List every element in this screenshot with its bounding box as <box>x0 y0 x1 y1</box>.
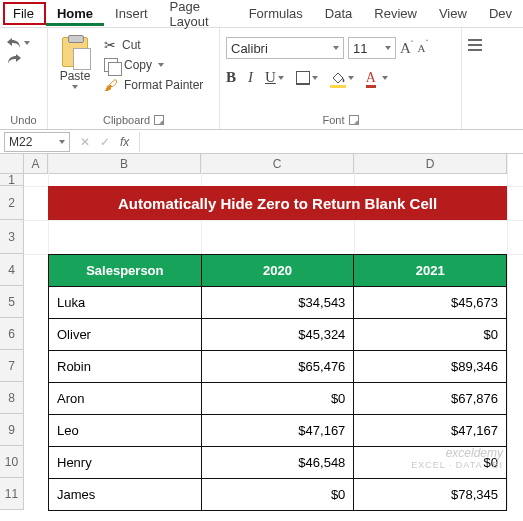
caret-down-icon <box>382 76 388 80</box>
ribbon-tabs: File Home Insert Page Layout Formulas Da… <box>0 0 523 28</box>
row-header[interactable]: 9 <box>0 414 24 446</box>
border-icon <box>296 71 310 85</box>
paste-button[interactable]: Paste <box>54 31 96 89</box>
align-top-button[interactable] <box>468 31 482 51</box>
cell-2021[interactable]: $78,345 <box>354 479 507 511</box>
border-button[interactable] <box>296 71 318 85</box>
table-row[interactable]: James$0$78,345 <box>49 479 507 511</box>
tab-home[interactable]: Home <box>46 2 104 26</box>
font-name-value: Calibri <box>231 41 327 56</box>
row-header[interactable]: 5 <box>0 286 24 318</box>
group-label-undo: Undo <box>6 112 41 129</box>
header-2020[interactable]: 2020 <box>201 255 354 287</box>
shrink-font-icon: Aˇ <box>418 42 429 54</box>
formula-bar: M22 ✕ ✓ fx <box>0 130 523 154</box>
fill-icon <box>330 71 346 85</box>
font-size-value: 11 <box>353 41 379 56</box>
format-painter-label: Format Painter <box>124 78 203 92</box>
tab-data[interactable]: Data <box>314 2 363 25</box>
font-launcher[interactable] <box>349 115 359 125</box>
clipboard-launcher[interactable] <box>154 115 164 125</box>
cell-2021[interactable]: $0 <box>354 319 507 351</box>
cell-name[interactable]: Leo <box>49 415 202 447</box>
cell-2020[interactable]: $45,324 <box>201 319 354 351</box>
row-header[interactable]: 7 <box>0 350 24 382</box>
group-label-font: Font <box>322 114 344 126</box>
header-2021[interactable]: 2021 <box>354 255 507 287</box>
formula-input[interactable] <box>139 132 523 152</box>
bold-button[interactable]: B <box>226 69 236 86</box>
cell-name[interactable]: Aron <box>49 383 202 415</box>
name-box[interactable]: M22 <box>4 132 70 152</box>
cell-2021[interactable]: $0 <box>354 447 507 479</box>
font-name-combo[interactable]: Calibri <box>226 37 344 59</box>
cell-2020[interactable]: $47,167 <box>201 415 354 447</box>
table-row[interactable]: Robin$65,476$89,346 <box>49 351 507 383</box>
cut-button[interactable]: ✂ Cut <box>104 37 203 53</box>
italic-button[interactable]: I <box>248 69 253 86</box>
caret-down-icon <box>72 85 78 89</box>
redo-icon <box>6 53 22 65</box>
tab-developer[interactable]: Dev <box>478 2 523 25</box>
cell-name[interactable]: Luka <box>49 287 202 319</box>
paste-label: Paste <box>60 69 91 83</box>
shrink-font-button[interactable]: Aˇ <box>418 42 429 54</box>
undo-button[interactable] <box>6 37 30 49</box>
tab-file[interactable]: File <box>3 2 46 25</box>
row-header[interactable]: 2 <box>0 186 24 220</box>
grow-font-icon: Aˆ <box>400 40 414 57</box>
fill-color-button[interactable] <box>330 71 354 85</box>
tab-view[interactable]: View <box>428 2 478 25</box>
copy-button[interactable]: Copy <box>104 58 203 72</box>
row-header[interactable]: 6 <box>0 318 24 350</box>
undo-icon <box>6 37 22 49</box>
col-header[interactable]: A <box>24 154 48 174</box>
cell-name[interactable]: Henry <box>49 447 202 479</box>
table-row[interactable]: Aron$0$67,876 <box>49 383 507 415</box>
cell-2021[interactable]: $47,167 <box>354 415 507 447</box>
tab-insert[interactable]: Insert <box>104 2 159 25</box>
cell-2020[interactable]: $34,543 <box>201 287 354 319</box>
font-color-button[interactable]: A <box>366 70 388 86</box>
tab-formulas[interactable]: Formulas <box>238 2 314 25</box>
cell-2020[interactable]: $65,476 <box>201 351 354 383</box>
insert-function-button[interactable]: fx <box>120 135 129 149</box>
cell-name[interactable]: James <box>49 479 202 511</box>
worksheet-grid[interactable]: 1 2 3 4 5 6 7 8 9 10 11 A B C D Automati… <box>0 154 523 510</box>
cell-2021[interactable]: $89,346 <box>354 351 507 383</box>
enter-formula-button[interactable]: ✓ <box>100 135 110 149</box>
row-header[interactable]: 10 <box>0 446 24 478</box>
row-header[interactable]: 11 <box>0 478 24 510</box>
col-header[interactable]: B <box>48 154 201 174</box>
cell-2021[interactable]: $45,673 <box>354 287 507 319</box>
row-header[interactable]: 1 <box>0 174 24 186</box>
table-row[interactable]: Oliver$45,324$0 <box>49 319 507 351</box>
cell-name[interactable]: Oliver <box>49 319 202 351</box>
row-header[interactable]: 8 <box>0 382 24 414</box>
row-header[interactable]: 3 <box>0 220 24 254</box>
scissors-icon: ✂ <box>104 37 116 53</box>
cell-2020[interactable]: $46,548 <box>201 447 354 479</box>
redo-button[interactable] <box>6 53 30 65</box>
underline-button[interactable]: U <box>265 69 284 86</box>
cell-2020[interactable]: $0 <box>201 383 354 415</box>
row-header[interactable]: 4 <box>0 254 24 286</box>
table-row[interactable]: Luka$34,543$45,673 <box>49 287 507 319</box>
cancel-formula-button[interactable]: ✕ <box>80 135 90 149</box>
col-header[interactable]: C <box>201 154 354 174</box>
select-all-corner[interactable] <box>0 154 24 174</box>
cell-2021[interactable]: $67,876 <box>354 383 507 415</box>
col-header[interactable]: D <box>354 154 507 174</box>
font-size-combo[interactable]: 11 <box>348 37 396 59</box>
cell-name[interactable]: Robin <box>49 351 202 383</box>
paste-icon <box>62 37 88 67</box>
tab-review[interactable]: Review <box>363 2 428 25</box>
grow-font-button[interactable]: Aˆ <box>400 40 414 57</box>
caret-down-icon <box>59 140 65 144</box>
table-row[interactable]: Leo$47,167$47,167 <box>49 415 507 447</box>
table-row[interactable]: Henry$46,548$0 <box>49 447 507 479</box>
cell-2020[interactable]: $0 <box>201 479 354 511</box>
format-painter-button[interactable]: 🖌 Format Painter <box>104 77 203 93</box>
group-label-clipboard: Clipboard <box>103 114 150 126</box>
header-salesperson[interactable]: Salesperson <box>49 255 202 287</box>
